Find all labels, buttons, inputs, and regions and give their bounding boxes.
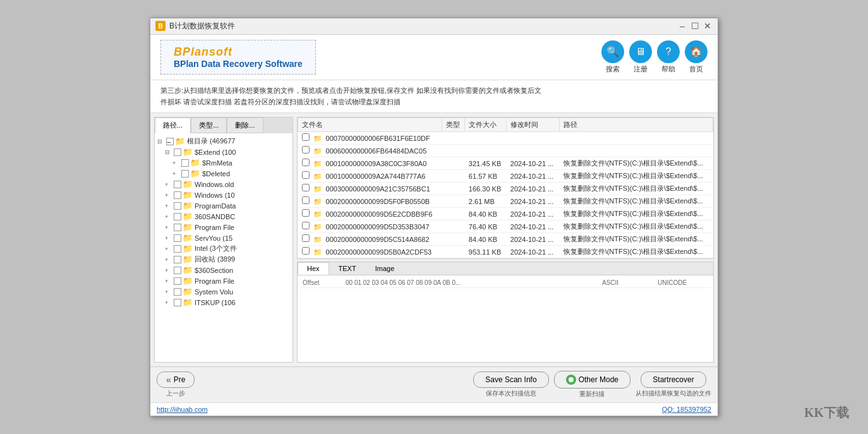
tree-checkbox[interactable] xyxy=(174,148,181,156)
tab-hex[interactable]: Hex xyxy=(298,262,329,275)
tree-label: ProgramData xyxy=(195,202,236,210)
description-line2: 件损坏 请尝试深度扫描 若盘符分区的深度扫描没找到，请尝试物理盘深度扫描 xyxy=(160,98,401,105)
home-button[interactable]: 🏠 首页 xyxy=(685,40,708,74)
table-row[interactable]: 📁 0001000000009A38C0C3F80A0 321.45 KB 20… xyxy=(298,157,713,170)
file-checkbox[interactable] xyxy=(302,247,310,255)
cell-filename: 📁 0001000000009A38C0C3F80A0 xyxy=(298,157,442,170)
tab-delete[interactable]: 删除... xyxy=(227,118,263,133)
tree-checkbox[interactable] xyxy=(174,224,181,231)
tree-toggle: + xyxy=(165,192,172,198)
logo-area: BPlansoft BPlan Data Recovery Software xyxy=(160,40,316,75)
table-row[interactable]: 📁 000200000000099D5D353B3047 76.40 KB 20… xyxy=(298,220,713,233)
table-row[interactable]: 📁 000200000000099D5F0FB0550B 2.61 MB 202… xyxy=(298,195,713,208)
right-panel: 文件名 类型 文件大小 修改时间 路径 📁 00070000000006FB63… xyxy=(297,117,714,363)
table-row[interactable]: 📁 00070000000006FB631F6E10DF xyxy=(298,132,713,145)
other-mode-button[interactable]: Other Mode xyxy=(554,371,630,389)
register-button[interactable]: 🖥 注册 xyxy=(629,40,652,74)
close-button[interactable]: ✕ xyxy=(702,21,713,31)
tab-image[interactable]: Image xyxy=(366,262,404,275)
cell-path: 恢复删除文件\(NTFS)(C:)\根目录\$Extend\$... xyxy=(560,233,713,246)
file-checkbox[interactable] xyxy=(302,159,310,166)
file-checkbox[interactable] xyxy=(302,171,310,179)
file-folder-icon: 📁 xyxy=(313,135,322,142)
col-type: 类型 xyxy=(442,118,464,132)
tree-item-windows[interactable]: + 📁 Windows (10 xyxy=(165,190,290,200)
preview-content: Offset 00 01 02 03 04 05 06 07 08 09 0A … xyxy=(298,275,713,362)
tree-label: 360SANDBC xyxy=(195,213,235,220)
tree-item-programfiles1[interactable]: + 📁 Program File xyxy=(165,222,290,232)
tree-checkbox[interactable] xyxy=(181,159,189,167)
cell-date xyxy=(507,132,560,145)
tree-checkbox[interactable] xyxy=(174,267,181,274)
table-row[interactable]: 📁 000200000000099D5E2CDBB9F6 84.40 KB 20… xyxy=(298,208,713,220)
minimize-button[interactable]: – xyxy=(677,21,687,31)
tree-checkbox[interactable] xyxy=(174,202,181,210)
file-checkbox[interactable] xyxy=(302,146,310,154)
cell-type xyxy=(442,220,464,233)
tree-item-extend[interactable]: ⊟ 📁 $Extend (100 xyxy=(165,147,290,157)
cell-type xyxy=(442,183,464,195)
tree-checkbox[interactable] xyxy=(174,213,181,220)
tree-item-deleted[interactable]: + 📁 $Deleted xyxy=(172,168,290,179)
tab-path[interactable]: 路径... xyxy=(155,118,191,133)
pre-label: Pre xyxy=(174,375,186,384)
table-row[interactable]: 📁 0001000000009A2A744B777A6 61.57 KB 202… xyxy=(298,170,713,183)
tree-item-systemvol[interactable]: + 📁 System Volu xyxy=(165,286,290,297)
tree-label: 根目录 (469677 xyxy=(187,136,235,146)
tab-type[interactable]: 类型... xyxy=(191,118,227,133)
folder-icon: 📁 xyxy=(183,265,193,275)
file-folder-icon: 📁 xyxy=(313,210,322,218)
tree-checkbox[interactable] xyxy=(174,277,181,285)
file-checkbox[interactable] xyxy=(302,209,310,217)
tree-checkbox[interactable] xyxy=(174,245,181,253)
cell-date: 2024-10-21 ... xyxy=(507,220,560,233)
pre-button[interactable]: « Pre xyxy=(157,371,195,388)
tree-checkbox[interactable] xyxy=(174,191,181,199)
tree-item-rmmeta[interactable]: + 📁 $RmMeta xyxy=(172,157,290,168)
tree-checkbox[interactable] xyxy=(174,181,181,188)
folder-icon: 📁 xyxy=(183,190,193,200)
file-checkbox[interactable] xyxy=(302,222,310,229)
tab-text[interactable]: TEXT xyxy=(329,262,366,275)
tree-label: $Deleted xyxy=(202,170,230,178)
tree-checkbox[interactable] xyxy=(174,299,181,306)
tree-checkbox[interactable] xyxy=(174,256,181,263)
tree-item-360sandbc[interactable]: + 📁 360SANDBC xyxy=(165,211,290,222)
tree-checkbox[interactable] xyxy=(174,288,181,296)
help-button[interactable]: ? 帮助 xyxy=(657,40,680,74)
maximize-button[interactable]: ☐ xyxy=(690,21,700,31)
table-row[interactable]: 📁 000200000000099D5B0A2CDF53 953.11 KB 2… xyxy=(298,246,713,258)
cell-size xyxy=(465,145,507,157)
tree-item-programdata[interactable]: + 📁 ProgramData xyxy=(165,200,290,211)
save-scan-sublabel: 保存本次扫描信息 xyxy=(486,389,536,398)
tree-toggle: + xyxy=(172,160,180,166)
cell-type xyxy=(442,233,464,246)
tree-checkbox[interactable]: − xyxy=(166,138,174,145)
cell-filename: 📁 000200000000099D5D353B3047 xyxy=(298,220,442,233)
startrecover-button[interactable]: Startrecover xyxy=(641,371,706,388)
tree-checkbox[interactable] xyxy=(181,170,189,178)
tree-item-360section[interactable]: + 📁 $360Section xyxy=(165,265,290,275)
table-row[interactable]: 📁 000200000000099D5C514A8682 84.40 KB 20… xyxy=(298,233,713,246)
file-table-area: 文件名 类型 文件大小 修改时间 路径 📁 00070000000006FB63… xyxy=(297,117,714,259)
save-scan-button[interactable]: Save Scan Info xyxy=(473,371,548,388)
file-checkbox[interactable] xyxy=(302,184,310,191)
search-button[interactable]: 🔍 搜索 xyxy=(601,40,624,74)
tree-item-windows-old[interactable]: + 📁 Windows.old xyxy=(165,179,290,190)
tree-item-recycle[interactable]: + 📁 回收站 (3899 xyxy=(165,254,290,265)
table-row[interactable]: 📁 00030000000009A21C35756BC1 166.30 KB 2… xyxy=(298,183,713,195)
file-checkbox[interactable] xyxy=(302,234,310,242)
tree-item-servyou[interactable]: + 📁 ServYou (15 xyxy=(165,232,290,243)
table-row[interactable]: 📁 0006000000006FB64484DAC05 xyxy=(298,145,713,157)
folder-icon: 📁 xyxy=(175,136,185,146)
tree-item-intel[interactable]: + 📁 Intel (3个文件 xyxy=(165,243,290,254)
website-link[interactable]: http://iihuab.com xyxy=(157,406,208,413)
tree-item-itskup[interactable]: + 📁 ITSKUP (106 xyxy=(165,297,290,308)
tree-item-root[interactable]: ⊟ − 📁 根目录 (469677 xyxy=(157,136,290,147)
file-checkbox[interactable] xyxy=(302,196,310,204)
hex-header: Offset 00 01 02 03 04 05 06 07 08 09 0A … xyxy=(300,278,711,288)
tree-label: ServYou (15 xyxy=(195,234,232,242)
file-checkbox[interactable] xyxy=(302,133,310,141)
tree-item-programfiles2[interactable]: + 📁 Program File xyxy=(165,275,290,286)
tree-checkbox[interactable] xyxy=(174,234,181,242)
